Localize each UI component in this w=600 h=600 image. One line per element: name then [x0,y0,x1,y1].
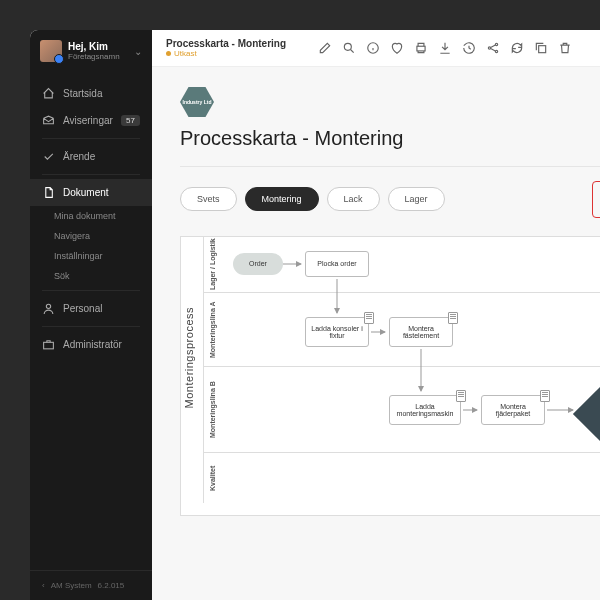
company-logo: Industry Ltd [180,87,214,117]
inbox-icon [42,114,55,127]
info-icon[interactable] [366,41,380,55]
sidebar: Hej, Kim Företagsnamn ⌄ Startsida Aviser… [30,30,152,600]
subnav-mina-dokument[interactable]: Mina dokument [42,206,152,226]
nav-label: Ärende [63,151,95,162]
nav-aviseringar[interactable]: Aviseringar 57 [30,107,152,134]
nav-startsida[interactable]: Startsida [30,80,152,107]
svg-rect-1 [44,342,54,349]
process-deviations-button[interactable]: PROCESSENS AVVIKELSER [592,181,600,218]
person-icon [42,302,55,315]
document-icon [42,186,55,199]
node-kontroll[interactable]: Kontroll [579,389,600,439]
company-name: Företagsnamn [68,52,120,61]
page-content: Industry Ltd Processkarta - Montering MI… [152,67,600,600]
divider [180,166,600,167]
svg-rect-8 [539,46,546,53]
tab-montering[interactable]: Montering [245,187,319,211]
breadcrumb-status: Utkast [166,49,286,58]
heart-icon[interactable] [390,41,404,55]
sidebar-footer: ‹ AM System 6.2.015 [30,570,152,600]
tabs-row: Svets Montering Lack Lager PROCESSENS AV… [180,181,600,218]
node-montera-fjaderpaket[interactable]: Montera fjäderpaket [481,395,545,425]
search-icon[interactable] [342,41,356,55]
lane-lager-logistik: Lager / Logistik Order Plocka order Plac… [203,237,600,293]
svg-point-0 [46,304,50,308]
document-attachment-icon[interactable] [540,390,550,402]
topbar: Processkarta - Montering Utkast [152,30,600,67]
breadcrumb-title: Processkarta - Montering [166,38,286,49]
brand-name: AM System [51,581,92,590]
page-title: Processkarta - Montering [180,127,403,150]
tab-lack[interactable]: Lack [327,187,380,211]
history-icon[interactable] [462,41,476,55]
copy-icon[interactable] [534,41,548,55]
lane-label: Kvalitet [203,453,221,503]
notification-dot [54,54,64,64]
node-ladda-konsoler[interactable]: Ladda konsoler i fixtur [305,317,369,347]
node-ladda-monteringsmaskin[interactable]: Ladda monteringsmaskin [389,395,461,425]
trash-icon[interactable] [558,41,572,55]
swimlane-group-label: Monteringsprocess [183,307,195,408]
collapse-icon[interactable]: ‹ [42,581,45,590]
nav-personal[interactable]: Personal [30,295,152,322]
document-attachment-icon[interactable] [364,312,374,324]
edit-icon[interactable] [318,41,332,55]
node-plocka-order[interactable]: Plocka order [305,251,369,277]
briefcase-icon [42,338,55,351]
svg-point-5 [488,47,490,49]
home-icon [42,87,55,100]
badge-count: 57 [121,115,140,126]
subnav: Mina dokument Navigera Inställningar Sök [30,206,152,286]
node-order[interactable]: Order [233,253,283,275]
lane-label: Lager / Logistik [203,237,221,292]
divider [42,326,140,327]
nav-label: Personal [63,303,102,314]
process-diagram: Monteringsprocess Lager / Logistik Order… [180,236,600,516]
tab-svets[interactable]: Svets [180,187,237,211]
toolbar [318,41,572,55]
nav-dokument[interactable]: Dokument [30,179,152,206]
share-icon[interactable] [486,41,500,55]
document-attachment-icon[interactable] [448,312,458,324]
svg-point-2 [344,43,351,50]
divider [42,174,140,175]
main-nav: Startsida Aviseringar 57 Ärende Dokument… [30,72,152,366]
divider [42,138,140,139]
nav-label: Dokument [63,187,109,198]
nav-label: Aviseringar [63,115,113,126]
main-content: Processkarta - Montering Utkast Ind [152,30,600,600]
document-attachment-icon[interactable] [456,390,466,402]
refresh-icon[interactable] [510,41,524,55]
user-profile[interactable]: Hej, Kim Företagsnamn ⌄ [30,30,152,72]
node-montera-fastelement[interactable]: Montera fästelement [389,317,453,347]
svg-rect-4 [417,46,425,51]
subnav-sok[interactable]: Sök [42,266,152,286]
avatar [40,40,62,62]
version: 6.2.015 [98,581,125,590]
subnav-navigera[interactable]: Navigera [42,226,152,246]
lane-monteringslina-b: Monteringslina B Ladda monteringsmaskin … [203,367,600,453]
lane-monteringslina-a: Monteringslina A Ladda konsoler i fixtur… [203,293,600,367]
subnav-installningar[interactable]: Inställningar [42,246,152,266]
lane-kvalitet: Kvalitet Ink [203,453,600,503]
app-window: Hej, Kim Företagsnamn ⌄ Startsida Aviser… [30,30,600,600]
chevron-down-icon[interactable]: ⌄ [134,46,142,57]
nav-arende[interactable]: Ärende [30,143,152,170]
nav-label: Startsida [63,88,102,99]
divider [42,290,140,291]
lane-label: Monteringslina A [203,293,221,366]
nav-label: Administratör [63,339,122,350]
lane-label: Monteringslina B [203,367,221,452]
svg-point-6 [495,43,497,45]
check-icon [42,150,55,163]
svg-point-7 [495,50,497,52]
user-greeting: Hej, Kim [68,41,120,52]
print-icon[interactable] [414,41,428,55]
download-icon[interactable] [438,41,452,55]
tab-lager[interactable]: Lager [388,187,445,211]
nav-administrator[interactable]: Administratör [30,331,152,358]
